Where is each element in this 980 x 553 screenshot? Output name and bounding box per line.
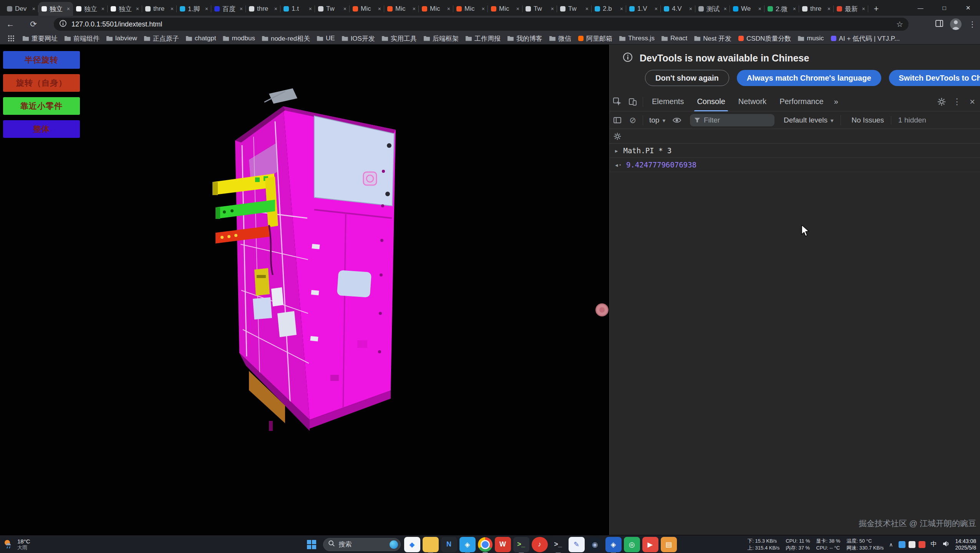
search-highlights-icon[interactable]	[390, 540, 398, 549]
device-toolbar-icon[interactable]	[625, 94, 640, 109]
floating-extension-badge[interactable]	[595, 303, 609, 316]
taskbar-app-icon[interactable]: ◉	[587, 537, 603, 552]
browser-tab[interactable]: Tw	[522, 2, 557, 16]
bookmark-item[interactable]: 后端框架	[420, 33, 462, 44]
bookmark-item[interactable]: 正点原子	[141, 33, 182, 44]
tab-close-icon[interactable]	[67, 6, 70, 12]
side-panel-icon[interactable]	[935, 19, 944, 30]
browser-tab[interactable]: 1.V	[626, 2, 661, 16]
tab-close-icon[interactable]	[205, 6, 208, 12]
tab-close-icon[interactable]	[516, 6, 519, 12]
tab-close-icon[interactable]	[171, 6, 174, 12]
tab-close-icon[interactable]	[136, 6, 139, 12]
taskbar-app-icon[interactable]: >_	[550, 537, 566, 552]
browser-tab[interactable]: 2.b	[592, 2, 626, 16]
devtools-close-icon[interactable]	[965, 94, 980, 109]
bookmark-item[interactable]: 重要网址	[19, 33, 61, 44]
profile-avatar[interactable]	[950, 18, 962, 30]
devtools-settings-gear-icon[interactable]	[934, 94, 949, 109]
new-tab-button[interactable]	[871, 3, 882, 15]
tab-close-icon[interactable]	[101, 6, 104, 12]
tab-close-icon[interactable]	[413, 6, 416, 12]
tab-close-icon[interactable]	[689, 6, 692, 12]
volume-icon[interactable]	[942, 540, 950, 549]
bookmark-item[interactable]: Thress.js	[616, 33, 658, 43]
taskbar-app-icon[interactable]: ♪	[532, 537, 548, 552]
site-info-icon[interactable]	[59, 20, 67, 29]
browser-tab[interactable]: Mic	[419, 2, 453, 16]
tray-app-icon[interactable]	[919, 541, 925, 548]
tab-close-icon[interactable]	[482, 6, 485, 12]
console-input-echo[interactable]: Math.PI * 3	[610, 144, 980, 158]
camera-control-button[interactable]: 整体	[3, 120, 80, 138]
bookmark-item[interactable]: 我的博客	[504, 33, 546, 44]
taskbar-app-icon[interactable]	[423, 537, 439, 552]
devtools-tab[interactable]: Network	[732, 92, 773, 111]
log-levels-dropdown[interactable]: Default levels	[784, 116, 834, 124]
tab-close-icon[interactable]	[620, 6, 623, 12]
bookmark-item[interactable]: modbus	[219, 33, 258, 43]
tab-close-icon[interactable]	[309, 6, 312, 12]
camera-control-button[interactable]: 旋转（自身）	[3, 74, 80, 92]
browser-tab[interactable]: Mic	[488, 2, 522, 16]
apps-grid-icon[interactable]	[6, 33, 16, 43]
taskbar-app-icon[interactable]: ◈	[605, 537, 622, 552]
browser-tab[interactable]: 独立	[73, 2, 108, 16]
bookmark-item[interactable]: 工作周报	[462, 33, 504, 44]
browser-tab[interactable]: 测试	[695, 2, 730, 16]
browser-tab[interactable]: Tw	[557, 2, 592, 16]
hidden-messages-count[interactable]: 1 hidden	[891, 116, 926, 124]
tray-app-icon[interactable]	[909, 541, 915, 548]
taskbar-app-icon[interactable]: ▤	[661, 537, 677, 552]
bookmark-item[interactable]: 阿里邮箱	[575, 33, 616, 44]
tab-close-icon[interactable]	[378, 6, 381, 12]
window-minimize-button[interactable]	[909, 0, 932, 15]
tab-close-icon[interactable]	[862, 6, 865, 12]
browser-tab[interactable]: thre	[142, 2, 177, 16]
browser-tab[interactable]: 独立	[38, 2, 73, 16]
traffic-monitor[interactable]: 下: 15.3 KB/sCPU: 11 %显卡: 38 %温度: 50 °C上:…	[747, 538, 884, 551]
tray-app-icon[interactable]	[899, 541, 905, 548]
tab-close-icon[interactable]	[827, 6, 831, 12]
console-sidebar-icon[interactable]	[610, 113, 625, 128]
bookmark-item[interactable]: UE	[313, 33, 338, 43]
devtools-tab[interactable]: Performance	[773, 92, 830, 111]
cabinet-3d-model[interactable]	[0, 45, 609, 535]
ime-indicator[interactable]: 中	[931, 540, 937, 548]
taskbar-search-box[interactable]: 搜索	[323, 538, 401, 551]
tab-close-icon[interactable]	[655, 6, 658, 12]
taskbar-app-icon[interactable]: N	[441, 537, 457, 552]
bookmark-item[interactable]: 微信	[546, 33, 575, 44]
browser-tab[interactable]: Mic	[384, 2, 419, 16]
weather-widget[interactable]: 18°C 大雨	[3, 535, 30, 553]
inspect-element-icon[interactable]	[610, 94, 625, 109]
address-bar[interactable]: 127.0.0.1:5501/indextest.html	[54, 18, 909, 31]
match-language-button[interactable]: Always match Chrome's language	[737, 70, 881, 86]
tab-close-icon[interactable]	[585, 6, 589, 12]
window-close-button[interactable]	[956, 0, 980, 15]
bookmark-item[interactable]: Nest 开发	[691, 33, 735, 44]
bookmark-item[interactable]: chatgpt	[182, 33, 220, 43]
clear-console-icon[interactable]	[625, 113, 640, 128]
devtools-menu-icon[interactable]	[949, 94, 965, 109]
dont-show-again-button[interactable]: Don't show again	[645, 70, 729, 86]
bookmark-item[interactable]: music	[794, 33, 827, 43]
taskbar-app-icon[interactable]: >_	[513, 537, 529, 552]
tab-close-icon[interactable]	[343, 6, 347, 12]
console-result-row[interactable]: 9.42477796076938	[610, 158, 980, 172]
taskbar-app-icon[interactable]: ◈	[459, 537, 476, 552]
browser-tab[interactable]: Mic	[350, 2, 384, 16]
taskbar-app-icon[interactable]: ✎	[569, 537, 585, 552]
browser-tab[interactable]: 4.V	[661, 2, 695, 16]
browser-tab[interactable]: 独立	[108, 2, 142, 16]
context-selector[interactable]: top	[645, 116, 669, 124]
browser-tab[interactable]: thre	[246, 2, 280, 16]
tab-close-icon[interactable]	[551, 6, 554, 12]
threejs-viewport[interactable]: 半径旋转旋转（自身）靠近小零件整体	[0, 45, 609, 535]
devtools-tab[interactable]: Elements	[645, 92, 690, 111]
bookmark-item[interactable]: CSDN质量分数	[735, 33, 794, 44]
bookmark-item[interactable]: AI + 低代码 | VTJ.P...	[827, 33, 904, 44]
browser-tab[interactable]: We	[730, 2, 764, 16]
bookmark-item[interactable]: React	[658, 33, 691, 43]
browser-tab[interactable]: 1.脚	[177, 2, 211, 16]
